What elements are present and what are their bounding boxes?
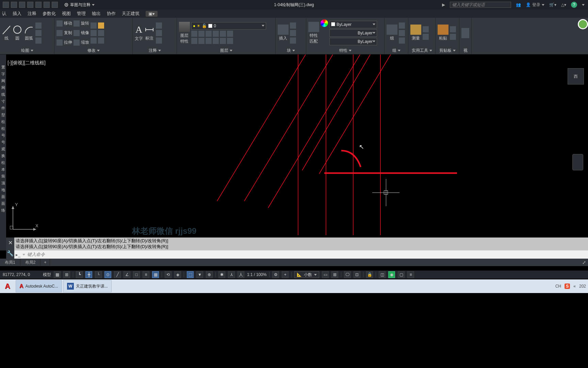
explode-icon[interactable] bbox=[98, 30, 104, 36]
tab-layout1[interactable]: 布局1 bbox=[0, 259, 20, 266]
filter-toggle[interactable]: ▼ bbox=[196, 271, 203, 278]
layer-icon6[interactable] bbox=[227, 31, 233, 37]
match-properties-button[interactable]: 特性 匹配 bbox=[308, 22, 319, 44]
anno-auto-toggle[interactable]: ⅄ bbox=[228, 271, 235, 278]
tab-layout2[interactable]: 布局2 bbox=[20, 259, 41, 266]
ungroup-icon[interactable] bbox=[399, 22, 405, 29]
qat-save-icon[interactable] bbox=[19, 2, 25, 8]
anno-scale-toggle[interactable]: 人 bbox=[238, 271, 244, 278]
dynamic-input-toggle[interactable]: ╋ bbox=[85, 271, 92, 278]
grid-toggle[interactable]: ▦ bbox=[54, 271, 61, 278]
monitor2-icon[interactable]: ⊡ bbox=[354, 271, 360, 278]
text-button[interactable]: A文字 bbox=[135, 24, 143, 42]
workspace-dropdown[interactable]: 草图与注释 bbox=[64, 2, 95, 8]
ortho-toggle[interactable]: └ bbox=[95, 271, 102, 278]
hatch-icon[interactable] bbox=[35, 37, 42, 44]
block-create-icon[interactable] bbox=[290, 22, 296, 29]
clean-screen-toggle[interactable]: ▢ bbox=[398, 271, 405, 278]
palette-item[interactable]: 柱 bbox=[1, 126, 5, 132]
otrack-toggle[interactable]: ∠ bbox=[124, 271, 130, 278]
palette-item[interactable]: 网 bbox=[1, 85, 5, 91]
stretch-button[interactable]: 拉伸 bbox=[56, 39, 72, 47]
mirror-button[interactable]: 镜像 bbox=[74, 29, 89, 37]
taskbar-item-word[interactable]: W天正建筑教学课... bbox=[63, 280, 112, 292]
panel-group-label[interactable]: 组 bbox=[392, 48, 396, 53]
palette-item[interactable]: 络 bbox=[1, 208, 5, 214]
color-wheel-icon[interactable] bbox=[321, 19, 328, 27]
palette-item[interactable]: 观 bbox=[1, 147, 5, 153]
customize-icon[interactable]: ≡ bbox=[407, 271, 414, 278]
layer-icon1[interactable] bbox=[191, 31, 197, 37]
table-icon[interactable] bbox=[156, 30, 162, 36]
wrench-icon[interactable]: 🔧 bbox=[7, 250, 14, 257]
block-attr-icon[interactable] bbox=[290, 37, 296, 44]
layer-icon12[interactable] bbox=[227, 38, 233, 44]
anno-vis-toggle[interactable]: ✱ bbox=[218, 271, 225, 278]
util-icon1[interactable] bbox=[423, 26, 429, 32]
tab-default[interactable]: 认 bbox=[2, 11, 6, 17]
qat-new-icon[interactable] bbox=[3, 2, 9, 8]
layer-icon5[interactable] bbox=[220, 31, 226, 37]
layer-icon10[interactable] bbox=[213, 38, 219, 44]
palette-item[interactable]: 换 bbox=[1, 153, 5, 159]
move-button[interactable]: 移动 bbox=[56, 19, 72, 28]
command-line[interactable]: ▸_ 键入命令 bbox=[14, 250, 588, 259]
lineweight-combo[interactable]: ByLayer bbox=[329, 29, 377, 37]
palette-item[interactable]: 本 bbox=[1, 167, 5, 173]
tool-palette[interactable]: 置字网网线寸件型柱柱号号观换柱本筒顶地面面络 bbox=[0, 55, 6, 250]
leader-icon[interactable] bbox=[156, 22, 162, 29]
layer-combo[interactable]: ● ☀ 🔓 0 bbox=[191, 22, 266, 30]
group-edit-icon[interactable] bbox=[399, 30, 405, 36]
expand-icon[interactable]: ⤢ bbox=[582, 260, 586, 265]
insert-block-button[interactable]: 插入 bbox=[278, 25, 289, 41]
palette-item[interactable]: 柱 bbox=[1, 160, 5, 166]
panel-annotation-label[interactable]: 注释 bbox=[149, 48, 157, 53]
plus-icon[interactable]: + bbox=[282, 271, 289, 278]
fillet-icon[interactable] bbox=[91, 30, 97, 36]
model-button[interactable]: 模型 bbox=[43, 272, 51, 278]
taskbar-item-autocad[interactable]: AAutodesk AutoC... bbox=[16, 280, 62, 292]
tab-view[interactable]: 视图 bbox=[62, 11, 71, 17]
3dosnap-toggle[interactable]: ◈ bbox=[174, 271, 181, 278]
palette-item[interactable]: 柱 bbox=[1, 119, 5, 125]
ws-switch[interactable]: ⊞ bbox=[331, 271, 338, 278]
line-button[interactable]: 线 bbox=[2, 25, 11, 41]
panel-utilities-label[interactable]: 实用工具 bbox=[412, 48, 428, 53]
rectangle-icon[interactable] bbox=[35, 22, 42, 29]
palette-item[interactable]: 筒 bbox=[1, 174, 5, 180]
paste-button[interactable]: 粘贴 bbox=[438, 25, 448, 41]
panel-draw-label[interactable]: 绘图 bbox=[21, 48, 29, 53]
navigation-bar[interactable] bbox=[572, 154, 583, 170]
scale-button[interactable]: 缩放 bbox=[74, 39, 89, 47]
close-icon[interactable]: ✕ bbox=[8, 240, 13, 246]
copy-clip-icon[interactable] bbox=[450, 34, 456, 40]
tab-output[interactable]: 输出 bbox=[92, 11, 101, 17]
layer-properties-button[interactable]: 图层 特性 bbox=[179, 22, 190, 44]
gizmo-toggle[interactable]: ⊕ bbox=[206, 271, 213, 278]
cycling-toggle[interactable]: ⟲ bbox=[165, 271, 172, 278]
qat-saveas-icon[interactable] bbox=[27, 2, 33, 8]
dimension-button[interactable]: 标注 bbox=[144, 25, 154, 41]
panel-clipboard-label[interactable]: 剪贴板 bbox=[439, 48, 452, 53]
infer-toggle[interactable]: ┗ bbox=[76, 271, 83, 278]
play-icon[interactable]: ▶ bbox=[442, 2, 445, 7]
iso-toggle[interactable]: ╱ bbox=[114, 271, 121, 278]
mtext-icon[interactable] bbox=[156, 37, 162, 44]
ime-indicator[interactable]: CH bbox=[555, 284, 561, 289]
layer-icon3[interactable] bbox=[206, 31, 212, 37]
tab-manage[interactable]: 管理 bbox=[77, 11, 86, 17]
palette-item[interactable]: 型 bbox=[1, 112, 5, 119]
dyn-ucs-toggle[interactable]: ⬚ bbox=[187, 271, 194, 278]
palette-item[interactable]: 寸 bbox=[1, 99, 5, 105]
tab-parametric[interactable]: 参数化 bbox=[43, 11, 56, 17]
tab-tangent[interactable]: 天正建筑 bbox=[122, 11, 140, 17]
color-combo[interactable]: ByLayer bbox=[329, 21, 377, 28]
gear-icon[interactable]: ⚙ bbox=[272, 271, 279, 278]
tab-add[interactable]: + bbox=[40, 259, 50, 266]
clock[interactable]: 202 bbox=[579, 284, 586, 289]
offset-icon[interactable] bbox=[98, 37, 104, 44]
palette-item[interactable]: 件 bbox=[1, 106, 5, 112]
tab-annotate[interactable]: 注释 bbox=[28, 11, 36, 17]
group-button[interactable]: 组 bbox=[387, 25, 397, 41]
qat-redo-icon[interactable] bbox=[52, 2, 58, 8]
